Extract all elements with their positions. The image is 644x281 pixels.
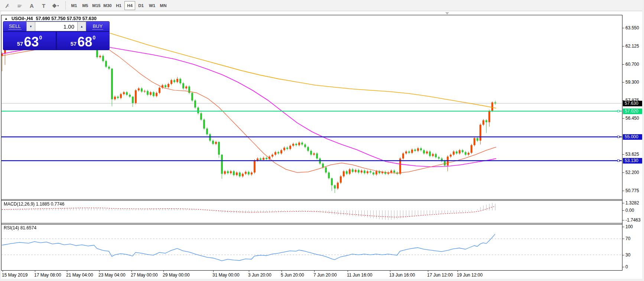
time-tick-mark — [428, 271, 428, 272]
tf-button-M15[interactable]: M15 — [91, 1, 102, 10]
time-tick-mark — [67, 271, 67, 272]
price-tick-mark — [622, 118, 624, 119]
arrows-tool-icon[interactable]: ❖▾ — [50, 1, 61, 10]
window-bottom-edge — [0, 279, 644, 281]
sell-price-display[interactable]: 57 63 0 — [3, 32, 56, 50]
price-tick-label: -1.7463 — [625, 217, 641, 223]
time-tick-label: 17 Jun 12:00 — [427, 272, 453, 278]
time-tick-mark — [99, 271, 100, 272]
toolbar: ∕∕E≡FAT❖▾ M1M5M15M30H1H4D1W1MN — [0, 0, 644, 11]
panel-separator[interactable] — [1, 199, 622, 200]
time-tick-label: 29 May 00:00 — [163, 272, 190, 278]
time-tick-label: 27 May 00:00 — [131, 272, 158, 278]
toolbar-separator — [65, 1, 66, 10]
window-left-edge — [0, 11, 1, 281]
tf-button-M1[interactable]: M1 — [69, 1, 79, 10]
price-tick-mark — [622, 172, 624, 173]
tf-button-M30[interactable]: M30 — [102, 1, 113, 10]
time-tick-mark — [348, 271, 348, 272]
macd-label: MACD(12,26,9) 1.1885 0.7746 — [4, 201, 64, 207]
sell-price-sup: 0 — [39, 35, 42, 41]
time-tick-mark — [458, 271, 458, 272]
time-tick-label: 19 Jun 12:00 — [457, 272, 482, 278]
text-label-tool-icon[interactable]: T — [38, 1, 49, 10]
time-tick-mark — [390, 271, 390, 272]
price-badge-53.130: 53.130 — [623, 158, 643, 164]
buy-price-prefix: 57 — [71, 41, 77, 47]
price-tick-mark — [622, 46, 624, 46]
buy-price-display[interactable]: 57 68 0 — [57, 32, 109, 50]
volume-input[interactable]: 1.00 — [35, 22, 77, 31]
price-tick-mark — [622, 64, 624, 65]
time-tick-mark — [35, 271, 35, 272]
sell-button[interactable]: SELL — [3, 22, 26, 31]
price-tick-label: 52.200 — [625, 170, 639, 175]
macd-panel-canvas[interactable] — [1, 201, 622, 223]
price-tick-label: 0.00 — [625, 208, 634, 213]
price-tick-mark — [622, 210, 624, 211]
sell-price-prefix: 57 — [17, 41, 23, 47]
rsi-panel-canvas[interactable] — [1, 225, 622, 270]
price-tick-label: 63.550 — [625, 25, 639, 30]
buy-button[interactable]: BUY — [86, 22, 109, 31]
panel-separator[interactable] — [1, 223, 622, 223]
time-tick-label: 3 Jun 20:00 — [248, 272, 271, 278]
price-tick-label: 59.300 — [625, 80, 639, 85]
one-click-trade-panel: SELL ▼ 1.00 ▲ BUY 57 63 0 57 68 0 — [3, 21, 110, 50]
buy-price-sup: 0 — [92, 35, 95, 41]
price-tick-label: 56.450 — [625, 116, 639, 121]
price-badge-57.630: 57.630 — [623, 101, 643, 106]
tf-button-MN[interactable]: MN — [158, 1, 169, 10]
ohlc-readout: 57.690 57.750 57.570 57.630 — [36, 16, 97, 21]
price-tick-label: 30 — [625, 252, 630, 258]
tf-button-D1[interactable]: D1 — [136, 1, 146, 10]
time-tick-label: 23 May 04:00 — [98, 272, 126, 278]
buy-price-main: 68 — [77, 35, 92, 49]
time-tick-label: 17 May 08:00 — [34, 272, 61, 278]
price-tick-label: 100 — [625, 224, 633, 229]
volume-increase-button[interactable]: ▲ — [77, 22, 86, 31]
chart-header: ▲ USOil-,H4 57.690 57.750 57.570 57.630 — [4, 16, 97, 21]
tf-button-H1[interactable]: H1 — [113, 1, 124, 10]
rsi-label: RSI(14) 81.6574 — [4, 225, 36, 230]
text-tool-icon[interactable]: A — [26, 1, 37, 10]
timeframe-group: M1M5M15M30H1H4D1W1MN — [69, 1, 169, 10]
price-badge-57.020: 57.020 — [623, 109, 643, 114]
window-right-edge — [642, 0, 644, 281]
price-tick-mark — [622, 227, 624, 227]
symbol-title: USOil-,H4 — [12, 16, 33, 21]
price-tick-mark — [622, 203, 624, 203]
chart-shift-marker[interactable] — [445, 12, 449, 14]
price-tick-mark — [622, 267, 624, 267]
price-tick-label: 70 — [625, 236, 630, 241]
volume-decrease-button[interactable]: ▼ — [26, 22, 35, 31]
time-tick-mark — [3, 271, 3, 272]
price-tick-label: 50.775 — [625, 188, 639, 193]
price-tick-mark — [622, 255, 624, 255]
tf-button-W1[interactable]: W1 — [147, 1, 157, 10]
price-tick-mark — [622, 220, 624, 220]
time-tick-label: 11 Jun 16:00 — [347, 272, 373, 278]
sell-price-main: 63 — [24, 35, 39, 49]
price-tick-label: 62.125 — [625, 43, 639, 49]
price-tick-mark — [622, 239, 624, 239]
time-tick-mark — [314, 271, 315, 272]
collapse-arrow-icon[interactable]: ▲ — [4, 17, 8, 20]
time-tick-mark — [213, 271, 214, 272]
time-tick-label: 31 May 00:00 — [212, 272, 240, 278]
drawing-tools-group: ∕∕E≡FAT❖▾ — [2, 1, 62, 10]
time-tick-mark — [249, 271, 249, 272]
price-badge-55.000: 55.000 — [623, 134, 643, 140]
fibonacci-retracement-icon[interactable]: ≡F — [14, 1, 25, 10]
equidistant-channel-icon[interactable]: ∕∕E — [2, 1, 13, 10]
price-tick-label: 60.700 — [625, 62, 639, 67]
time-tick-label: 21 May 04:00 — [66, 272, 93, 278]
price-tick-label: 53.625 — [625, 152, 639, 157]
time-tick-mark — [131, 271, 132, 272]
price-tick-label: 0 — [625, 264, 628, 269]
time-tick-label: 7 Jun 20:00 — [313, 272, 337, 278]
tf-button-M5[interactable]: M5 — [80, 1, 91, 10]
time-tick-label: 15 May 2019 — [2, 272, 27, 278]
price-tick-mark — [622, 82, 624, 83]
tf-button-H4[interactable]: H4 — [124, 1, 135, 10]
